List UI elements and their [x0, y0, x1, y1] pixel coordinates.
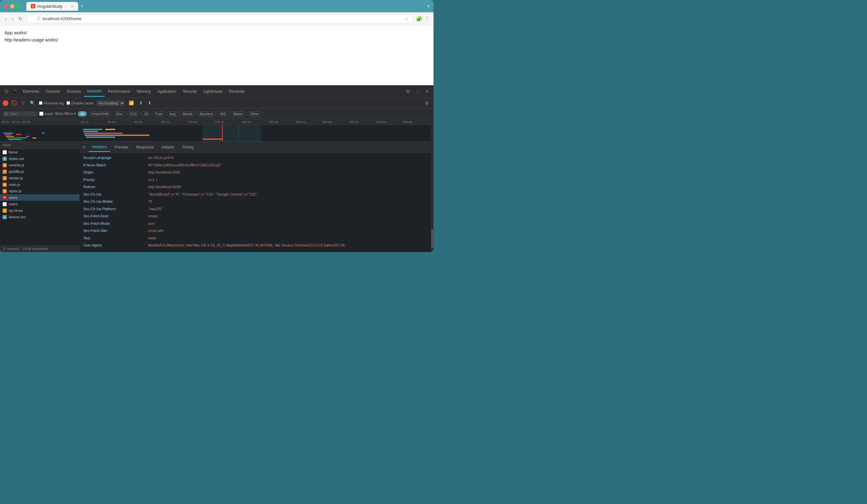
vertical-scrollbar[interactable] — [431, 119, 434, 252]
list-item[interactable]: □ home — [0, 149, 79, 156]
filter-pill-css[interactable]: CSS — [127, 111, 140, 116]
header-val: W/"160d-1eMSsxeJRfnVLRBmYJSbCiJZ1qQ" — [148, 162, 221, 168]
forward-button[interactable]: › — [11, 15, 15, 23]
htab-preview[interactable]: Preview — [111, 143, 132, 151]
wide-ruler-20: 20 ms — [81, 120, 108, 124]
menu-icon[interactable]: ⋮ — [425, 15, 430, 22]
invert-checkbox[interactable] — [39, 111, 43, 116]
file-icon-styles-css: S — [3, 157, 7, 161]
tab-console[interactable]: Console — [42, 87, 63, 96]
tab-dropdown-icon[interactable]: ▾ — [427, 3, 430, 9]
devtools-device-icon[interactable]: 📱 — [10, 87, 20, 96]
list-item[interactable]: M main.js — [0, 181, 79, 188]
list-item-ng-cli-ws[interactable]: ↔ ng-cli-ws — [0, 207, 79, 214]
tab-sources[interactable]: Sources — [63, 87, 84, 96]
filter-icon-button[interactable]: ▽ — [20, 100, 26, 106]
filter-pill-js[interactable]: JS — [141, 111, 151, 116]
extensions-icon[interactable]: 🧩 — [416, 15, 422, 22]
list-item[interactable]: P polyfills.js — [0, 168, 79, 175]
new-tab-button[interactable]: + — [80, 3, 84, 10]
col-name-header: Name — [3, 143, 11, 147]
tab-close-button[interactable]: ✕ — [71, 4, 74, 9]
filter-pill-all[interactable]: All — [78, 111, 87, 116]
header-row-priority: Priority: u=1, i — [79, 176, 431, 184]
file-name-users-angular: users — [9, 195, 18, 200]
active-tab[interactable]: A AngularStudy ✕ — [26, 2, 78, 11]
list-item[interactable]: S styles.css — [0, 156, 79, 162]
search-button[interactable]: 🔍 — [29, 100, 36, 106]
header-val: cross-site — [148, 228, 163, 234]
list-item-favicon[interactable]: A favicon.ico — [0, 214, 79, 220]
tab-lighthouse[interactable]: Lighthouse — [200, 87, 226, 96]
minimize-button[interactable] — [10, 4, 14, 9]
preserve-log-label[interactable]: Preserve log — [39, 101, 64, 105]
filter-pill-wasm[interactable]: Wasm — [231, 111, 246, 116]
filter-pill-fetchxhr[interactable]: Fetch/XHR — [89, 111, 111, 116]
clear-button[interactable]: 🚫 — [11, 100, 18, 106]
filter-pill-font[interactable]: Font — [153, 111, 165, 116]
online-icon[interactable]: 📶 — [127, 100, 135, 106]
more-filters-button[interactable]: More filters ▾ — [55, 111, 76, 116]
tab-recorder[interactable]: Recorder — [226, 87, 248, 96]
filter-pill-img[interactable]: Img — [167, 111, 178, 116]
file-icon-vendor-js: V — [3, 176, 7, 180]
filter-pill-ws[interactable]: WS — [217, 111, 228, 116]
tab-title: AngularStudy — [37, 4, 63, 9]
disable-cache-checkbox[interactable] — [66, 101, 70, 105]
maximize-button[interactable] — [16, 4, 20, 9]
wide-ruler-140: 140 ms — [242, 120, 269, 124]
htab-headers[interactable]: Headers — [89, 143, 110, 152]
tab-elements[interactable]: Elements — [20, 87, 42, 96]
record-button[interactable] — [3, 100, 9, 106]
file-name-ng-cli-ws: ng-cli-ws — [9, 208, 23, 212]
download-icon[interactable]: ⬇ — [147, 100, 153, 106]
header-row-origin: Origin: http://localhost:4200 — [79, 169, 431, 176]
list-item-users-angular[interactable]: ⟳ users — [0, 194, 79, 201]
throttle-select[interactable]: No throttling — [96, 100, 125, 106]
disable-cache-text: Disable cache — [71, 101, 94, 105]
filter-pill-other[interactable]: Other — [247, 111, 262, 116]
header-key: Referer: — [83, 184, 148, 190]
tab-security[interactable]: Security — [180, 87, 200, 96]
close-devtools-button[interactable]: ✕ — [423, 87, 431, 96]
header-val: ?0 — [148, 199, 152, 204]
wide-bar-5 — [86, 137, 115, 138]
preserve-log-checkbox[interactable] — [39, 101, 42, 105]
close-button[interactable] — [4, 4, 8, 9]
wide-bar-1 — [83, 129, 102, 130]
more-options-icon[interactable]: ⋮ — [414, 87, 422, 96]
tab-performance[interactable]: Performance — [105, 87, 133, 96]
header-val: u=1, i — [148, 177, 157, 183]
list-item[interactable]: V vendor.js — [0, 175, 79, 181]
tab-application[interactable]: Application — [154, 87, 180, 96]
filter-pill-media[interactable]: Media — [180, 111, 195, 116]
htab-initiator[interactable]: Initiator — [158, 143, 177, 151]
filter-pill-doc[interactable]: Doc — [114, 111, 125, 116]
back-button[interactable]: ‹ — [4, 15, 8, 23]
network-settings-icon[interactable]: ⚙ — [423, 99, 431, 108]
disable-cache-label[interactable]: Disable cache — [66, 101, 94, 105]
refresh-button[interactable]: ↻ — [17, 15, 24, 23]
file-list-header: Name — [0, 142, 79, 149]
settings-icon[interactable]: ⚙ — [404, 87, 412, 96]
list-item[interactable]: R runtime.js — [0, 162, 79, 168]
header-row-sec-fetch-dest: Sec-Fetch-Dest: empty — [79, 212, 431, 220]
upload-icon[interactable]: ⬆ — [138, 100, 144, 106]
filter-input[interactable] — [9, 112, 35, 116]
wide-bar-6 — [105, 129, 115, 130]
list-item[interactable]: S styles.js — [0, 188, 79, 194]
filter-pill-manifest[interactable]: Manifest — [197, 111, 216, 116]
header-row-sec-fetch-mode: Sec-Fetch-Mode: cors — [79, 220, 431, 227]
htab-timing[interactable]: Timing — [179, 143, 197, 151]
address-bar[interactable]: ⓘ localhost:4200/home ☆ — [26, 14, 414, 23]
devtools-inspect-icon[interactable]: ⊡ — [3, 87, 10, 96]
headers-panel-close[interactable]: ✕ — [82, 144, 86, 150]
header-key: Sec-Ch-Ua-Platform: — [83, 206, 148, 212]
list-item-users-doc[interactable]: □ users — [0, 201, 79, 207]
invert-label[interactable]: Invert — [39, 111, 53, 116]
tab-memory[interactable]: Memory — [133, 87, 154, 96]
tab-network[interactable]: Network — [84, 86, 105, 97]
htab-response[interactable]: Response — [133, 143, 157, 151]
scrollbar-thumb[interactable] — [431, 229, 433, 248]
bookmark-icon[interactable]: ☆ — [404, 16, 408, 21]
